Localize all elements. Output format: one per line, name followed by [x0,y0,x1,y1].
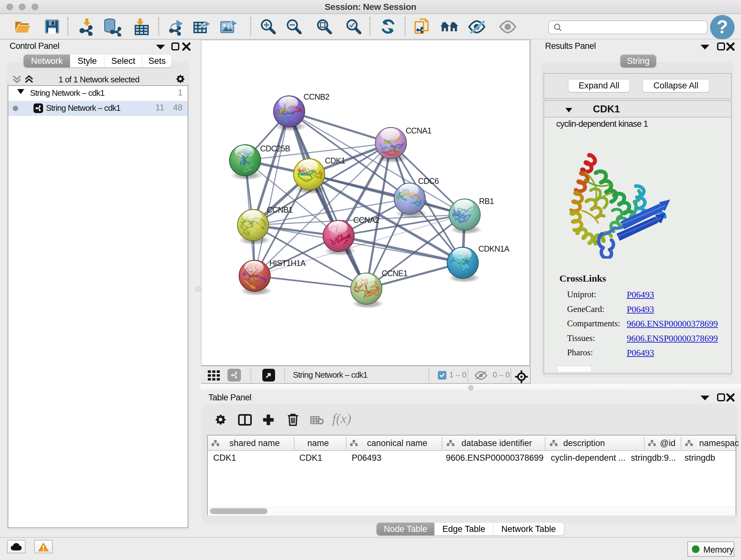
svg-text:CCNA2: CCNA2 [353,215,379,225]
svg-text:CCNE1: CCNE1 [382,269,408,278]
svg-text:CDC6: CDC6 [418,177,439,186]
svg-text:RB1: RB1 [479,197,494,206]
svg-text:CDKN1A: CDKN1A [478,244,510,253]
svg-text:CCNA1: CCNA1 [406,126,431,135]
svg-text:HIST1H1A: HIST1H1A [269,259,306,267]
svg-text:CCNB2: CCNB2 [304,92,329,101]
svg-text:CCNB1: CCNB1 [267,205,293,214]
svg-text:CDC25B: CDC25B [260,144,290,153]
svg-text:CDK1: CDK1 [325,156,345,165]
